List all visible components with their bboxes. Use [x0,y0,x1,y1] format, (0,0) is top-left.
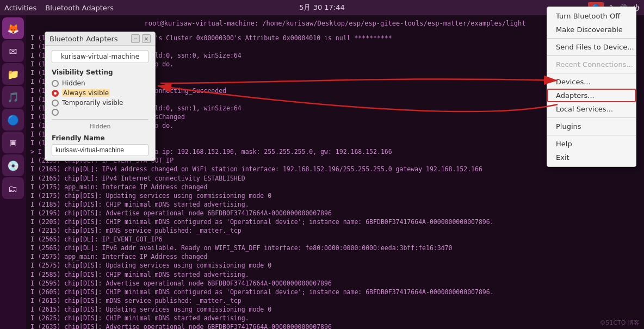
radio-hidden-label: Hidden [62,79,85,87]
sidebar-icon-firefox[interactable]: 🦊 [2,17,24,39]
hidden-status-label: Hidden [52,123,148,130]
terminal-title: root@kurisaw-virtual-machine: /home/kuri… [145,20,526,27]
menu-item-exit[interactable]: Exit [547,151,636,164]
menu-item-make-discoverable[interactable]: Make Discoverable [547,23,636,36]
radio-temporarily-visible-circle[interactable] [52,100,59,107]
dialog-titlebar-buttons: − × [131,34,151,43]
radio-extra-circle[interactable] [52,109,59,116]
term-line: I (2585) chip[DIS]: CHIP minimal mDNS st… [30,270,640,279]
term-line: I (2205) chip[DIS]: CHIP minimal mDNS co… [30,218,640,226]
sidebar-icon-disk[interactable]: 💿 [2,154,24,176]
menu-item-recent-connections: Recent Connections... [547,58,636,71]
radio-hidden-circle[interactable] [52,80,59,87]
menu-item-local-services[interactable]: Local Services... [547,102,636,116]
term-line: I (2195) chip[DIS]: Advertise operationa… [30,209,640,218]
term-line: I (2565) chip[DL]: IPv6 addr available. … [30,244,640,252]
radio-option-always-visible[interactable]: Always visible [52,89,148,97]
sidebar: 🦊 ✉ 📁 🎵 🔵 ▣ 💿 🗂 [0,15,26,329]
dialog-separator [52,119,148,120]
radio-option-extra[interactable] [52,109,148,116]
topbar-datetime: 5月 30 17:44 [299,3,345,13]
sidebar-icon-bluetooth[interactable]: 🔵 [2,109,24,131]
menu-item-send-files[interactable]: Send Files to Device... [547,40,636,54]
term-line: I (2625) chip[DIS]: CHIP minimal mDNS st… [30,314,640,322]
term-line: I (2575) app_main: Interface IP Address … [30,252,640,261]
term-line: I (2175) chip[DIS]: Updating services us… [30,191,640,200]
watermark: ©51CTO 博客 [599,319,640,327]
radio-option-hidden[interactable]: Hidden [52,79,148,87]
dialog-titlebar: Bluetooth Adapters − × [45,32,155,46]
sidebar-icon-files[interactable]: 📁 [2,63,24,85]
radio-temporarily-visible-label: Temporarily visible [62,99,123,107]
radio-always-visible-label: Always visible [62,89,110,97]
bluetooth-adapters-dialog: Bluetooth Adapters − × kurisaw-virtual-m… [45,32,156,161]
term-line: I (2615) chip[DIS]: mDNS service publish… [30,296,640,305]
friendly-name-input[interactable] [52,144,148,156]
visibility-section-title: Visibility Setting [52,69,148,76]
sidebar-icon-terminal[interactable]: ▣ [2,132,24,153]
term-line: I (2615) chip[DIS]: Updating services us… [30,305,640,314]
term-line: I (2565) chip[DL]: IP_EVENT_GOT_IP6 [30,235,640,244]
menu-item-turn-bt-off[interactable]: Turn Bluetooth Off [547,9,636,23]
activities-label[interactable]: Activities [4,4,36,12]
sidebar-icon-music[interactable]: 🎵 [2,86,24,108]
menu-separator-1 [547,38,636,39]
adapter-name-display: kurisaw-virtual-machine [52,50,148,63]
term-line: I (2595) chip[DIS]: Advertise operationa… [30,279,640,288]
dialog-body: kurisaw-virtual-machine Visibility Setti… [45,46,155,160]
term-line: I (2165) chip[DL]: IPv4 Internet connect… [30,174,640,183]
sidebar-icon-files2[interactable]: 🗂 [2,177,24,199]
app-title-topbar: Bluetooth Adapters [45,4,114,12]
bluetooth-context-menu: Turn Bluetooth Off Make Discoverable Sen… [547,7,636,167]
menu-separator-4 [547,117,636,118]
topbar-left: Activities Bluetooth Adapters [4,4,114,12]
radio-always-visible-circle[interactable] [52,90,59,97]
menu-item-plugins[interactable]: Plugins [547,120,636,133]
term-line: I (2175) app_main: Interface IP Address … [30,183,640,191]
dialog-title: Bluetooth Adapters [49,35,118,43]
term-line: I (2185) chip[DIS]: CHIP minimal mDNS st… [30,200,640,209]
dialog-minimize-button[interactable]: − [131,34,140,43]
dialog-close-button[interactable]: × [142,34,151,43]
friendly-name-section-title: Friendly Name [52,134,148,142]
radio-option-temporarily-visible[interactable]: Temporarily visible [52,99,148,107]
sidebar-icon-email[interactable]: ✉ [2,40,24,62]
menu-separator-5 [547,135,636,135]
menu-item-help[interactable]: Help [547,137,636,151]
term-line: I (2215) chip[DIS]: mDNS service publish… [30,226,640,235]
menu-item-devices[interactable]: Devices... [547,75,636,89]
menu-separator-3 [547,73,636,73]
term-line: I (2575) chip[DIS]: Updating services us… [30,261,640,270]
menu-item-adapters[interactable]: Adapters... [547,89,636,102]
menu-separator-2 [547,55,636,56]
term-line: I (2635) chip[DIS]: Advertise operationa… [30,322,640,329]
term-line: I (2605) chip[DIS]: CHIP minimal mDNS co… [30,288,640,296]
